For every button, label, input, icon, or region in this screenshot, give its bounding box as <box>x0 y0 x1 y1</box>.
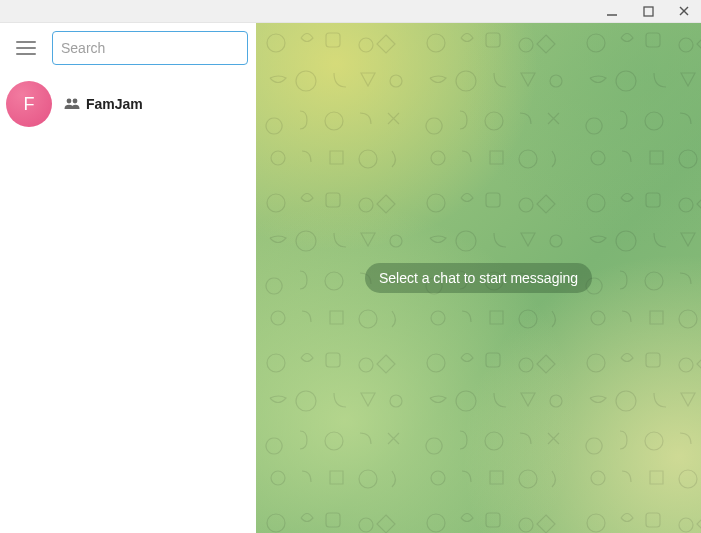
empty-state-hint: Select a chat to start messaging <box>365 263 592 293</box>
app-body: F FamJam Select a chat to start mess <box>0 23 701 533</box>
search-field-wrap[interactable] <box>52 31 248 65</box>
svg-rect-1 <box>644 7 653 16</box>
sidebar: F FamJam <box>0 23 256 533</box>
sidebar-header <box>0 23 256 73</box>
search-input[interactable] <box>61 40 239 56</box>
window-titlebar <box>0 0 701 23</box>
hamburger-icon <box>16 40 36 56</box>
chat-title: FamJam <box>64 96 143 112</box>
chat-list-item[interactable]: F FamJam <box>0 73 256 135</box>
avatar: F <box>6 81 52 127</box>
menu-button[interactable] <box>10 32 42 64</box>
window-maximize-button[interactable] <box>639 2 657 20</box>
chat-name: FamJam <box>86 96 143 112</box>
svg-point-7 <box>67 99 72 104</box>
group-icon <box>64 96 80 112</box>
chat-main-area: Select a chat to start messaging <box>256 23 701 533</box>
chat-list: F FamJam <box>0 73 256 533</box>
window-minimize-button[interactable] <box>603 2 621 20</box>
window-close-button[interactable] <box>675 2 693 20</box>
svg-point-8 <box>73 99 78 104</box>
